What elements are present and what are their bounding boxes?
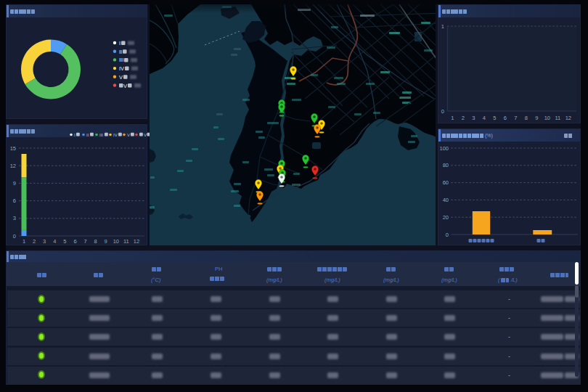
svg-text:5: 5: [63, 238, 66, 245]
svg-text:10: 10: [113, 238, 119, 245]
svg-text:3: 3: [472, 115, 475, 121]
svg-text:20: 20: [443, 214, 449, 221]
svg-text:11: 11: [123, 238, 129, 245]
svg-text:I: I: [74, 133, 75, 137]
svg-text:1: 1: [441, 23, 444, 30]
svg-text:V: V: [144, 133, 147, 137]
svg-text:6: 6: [504, 115, 507, 121]
svg-text:7: 7: [83, 238, 86, 245]
svg-text:V: V: [119, 74, 123, 81]
svg-text:3: 3: [13, 215, 16, 221]
svg-text:15: 15: [10, 145, 16, 152]
svg-text:12: 12: [10, 163, 16, 169]
svg-text:6: 6: [73, 238, 76, 245]
svg-text:I: I: [119, 40, 121, 46]
svg-text:8: 8: [525, 115, 528, 121]
svg-text:V: V: [123, 83, 127, 89]
svg-text:12: 12: [565, 115, 571, 121]
svg-text:IV: IV: [119, 65, 124, 72]
svg-text:60: 60: [443, 179, 449, 186]
svg-text:80: 80: [443, 162, 449, 168]
svg-text:0: 0: [446, 232, 449, 238]
svg-text:2: 2: [33, 238, 36, 245]
svg-text:1: 1: [23, 238, 25, 245]
svg-text:5: 5: [493, 115, 496, 121]
svg-text:9: 9: [13, 180, 16, 187]
svg-text:III: III: [99, 133, 103, 137]
svg-text:4: 4: [483, 115, 486, 121]
svg-text:6: 6: [13, 197, 16, 204]
svg-text:III: III: [119, 57, 123, 63]
svg-text:IV: IV: [113, 133, 118, 137]
svg-text:4: 4: [53, 238, 56, 245]
svg-text:0: 0: [13, 233, 16, 240]
svg-text:II: II: [119, 49, 122, 55]
svg-text:2: 2: [462, 115, 465, 121]
svg-text:10: 10: [544, 115, 550, 121]
svg-text:0: 0: [441, 108, 444, 115]
svg-text:9: 9: [105, 238, 107, 245]
svg-text:8: 8: [94, 238, 97, 245]
svg-text:12: 12: [134, 238, 139, 245]
svg-text:3: 3: [43, 238, 46, 245]
svg-text:1: 1: [451, 115, 454, 121]
svg-text:100: 100: [439, 145, 449, 152]
svg-text:II: II: [86, 133, 89, 137]
svg-text:7: 7: [514, 115, 517, 121]
svg-text:11: 11: [555, 115, 560, 121]
svg-text:40: 40: [443, 197, 449, 203]
svg-text:V: V: [127, 133, 130, 137]
svg-text:9: 9: [535, 115, 538, 121]
